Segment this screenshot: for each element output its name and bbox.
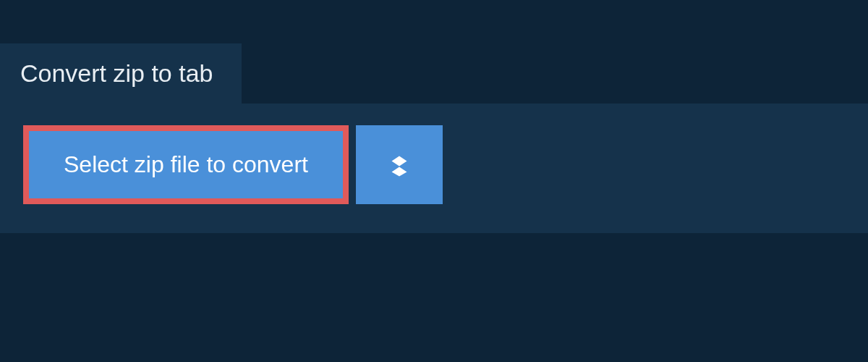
dropbox-button[interactable] [356,125,443,204]
tab-header: Convert zip to tab [0,43,242,104]
button-row: Select zip file to convert [23,125,845,204]
page-title: Convert zip to tab [20,59,213,88]
select-file-label: Select zip file to convert [64,151,308,178]
select-file-button[interactable]: Select zip file to convert [23,125,349,204]
main-panel: Select zip file to convert [0,104,868,233]
dropbox-icon [384,148,414,182]
